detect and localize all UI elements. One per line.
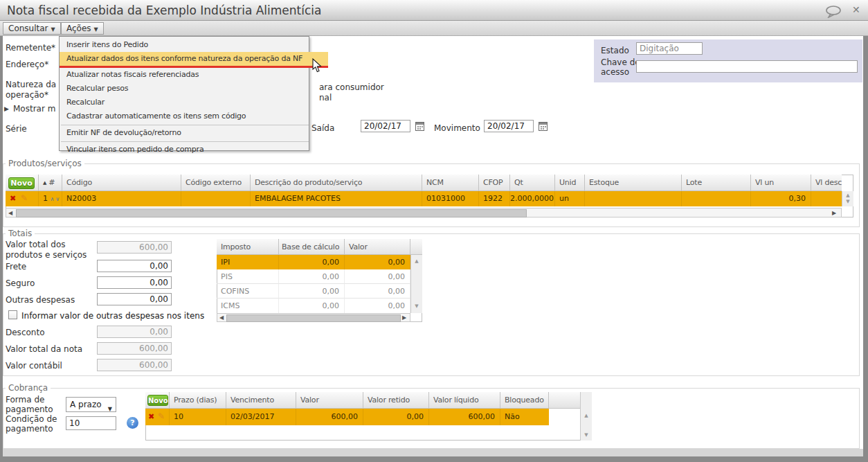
products-header-vl-un[interactable]: Vl un bbox=[751, 175, 811, 191]
menu-item-recalcular-pesos[interactable]: Recalcular pesos bbox=[60, 82, 309, 96]
menu-item-inserir-itens[interactable]: Inserir itens do Pedido bbox=[60, 38, 309, 52]
payments-header-bloqueado[interactable]: Bloqueado bbox=[500, 392, 549, 409]
forma-pagamento-select[interactable]: A prazo▼ bbox=[66, 397, 116, 412]
chave-acesso-field[interactable] bbox=[636, 60, 858, 73]
impostos-horizontal-scrollbar[interactable]: ◀ ▶ bbox=[217, 313, 410, 322]
products-header-ncm[interactable]: NCM bbox=[422, 175, 479, 191]
products-row-vl-un[interactable]: 0,30 bbox=[751, 191, 811, 206]
comment-bubble-icon[interactable] bbox=[825, 6, 843, 18]
products-new-button[interactable]: Novo bbox=[8, 177, 35, 189]
scroll-up-icon[interactable]: ▲ bbox=[411, 258, 422, 264]
products-scrollbar-thumb[interactable] bbox=[16, 209, 527, 217]
calendar-icon[interactable] bbox=[539, 121, 548, 131]
payments-row-prazo[interactable]: 10 bbox=[170, 409, 226, 425]
seguro-field[interactable] bbox=[97, 276, 172, 289]
products-header-lote[interactable]: Lote bbox=[682, 175, 751, 191]
products-header-estoque[interactable]: Estoque bbox=[585, 175, 682, 191]
products-row-index-cell[interactable]: 1 ∧∨ bbox=[39, 191, 62, 206]
products-row-cfop[interactable]: 1922 bbox=[479, 191, 510, 206]
impostos-header-base[interactable]: Base de cálculo bbox=[279, 239, 345, 255]
payments-header-vencimento[interactable]: Vencimento bbox=[226, 392, 296, 409]
scroll-up-icon[interactable]: ▲ bbox=[581, 413, 592, 418]
products-row-lote[interactable] bbox=[682, 191, 751, 206]
payments-new-button[interactable]: Novo bbox=[147, 395, 168, 406]
menu-button-consultar[interactable]: Consultar▼ bbox=[3, 22, 61, 35]
impostos-row-icms-valor[interactable]: 0,00 bbox=[345, 299, 410, 313]
saida-date-field[interactable] bbox=[361, 120, 410, 132]
products-row-ncm[interactable]: 01031000 bbox=[422, 191, 479, 206]
products-horizontal-scrollbar[interactable]: ◀ ▶ bbox=[6, 208, 842, 217]
products-vertical-scroll[interactable]: ▲ ▼ bbox=[842, 191, 853, 206]
scroll-left-icon[interactable]: ◀ bbox=[219, 314, 224, 321]
scroll-down-icon[interactable]: ▼ bbox=[842, 199, 853, 204]
impostos-row-ipi-name[interactable]: IPI bbox=[217, 255, 279, 269]
payments-header-valor-retido[interactable]: Valor retido bbox=[363, 392, 429, 409]
payments-row-valor[interactable]: 600,00 bbox=[296, 409, 363, 425]
mostrar-mais-link[interactable]: Mostrar m bbox=[13, 104, 55, 114]
scroll-left-icon[interactable]: ◀ bbox=[8, 210, 12, 217]
delete-row-icon[interactable]: ✖ bbox=[148, 413, 154, 421]
impostos-header-imposto[interactable]: Imposto bbox=[217, 239, 279, 255]
impostos-row-cofins-name[interactable]: COFINS bbox=[217, 284, 279, 299]
impostos-row-cofins-base[interactable]: 0,00 bbox=[279, 284, 345, 299]
impostos-row-pis-valor[interactable]: 0,00 bbox=[345, 269, 410, 284]
impostos-row-ipi-base[interactable]: 0,00 bbox=[279, 255, 345, 269]
close-icon[interactable]: ✕ bbox=[852, 4, 860, 15]
payments-header-valor[interactable]: Valor bbox=[296, 392, 363, 409]
impostos-row-cofins-valor[interactable]: 0,00 bbox=[345, 284, 410, 299]
edit-row-icon[interactable]: ✎ bbox=[21, 194, 28, 202]
frete-field[interactable] bbox=[97, 260, 172, 272]
movimento-date-field[interactable] bbox=[484, 120, 534, 132]
payments-header-valor-liquido[interactable]: Valor líquido bbox=[429, 392, 500, 409]
payments-row-bloqueado[interactable]: Não bbox=[500, 409, 549, 425]
products-row-unid[interactable]: un bbox=[555, 191, 585, 206]
products-row-descricao[interactable]: EMBALAGEM PACOTES bbox=[251, 191, 422, 206]
delete-row-icon[interactable]: ✖ bbox=[10, 195, 16, 203]
menu-item-atualizar-notas-referenciadas[interactable]: Atualizar notas fiscais referenciadas bbox=[60, 68, 309, 82]
payments-header-prazo[interactable]: Prazo (dias) bbox=[170, 392, 226, 409]
menu-button-acoes[interactable]: Ações▼ bbox=[61, 22, 104, 35]
expand-arrow-icon[interactable]: ▶ bbox=[4, 105, 9, 112]
impostos-row-ipi-valor[interactable]: 0,00 bbox=[345, 255, 410, 269]
products-header-cfop[interactable]: CFOP bbox=[479, 175, 510, 191]
menu-item-cadastrar-automaticamente[interactable]: Cadastrar automaticamente os itens sem c… bbox=[60, 109, 309, 123]
menu-item-vincular-itens-pedido[interactable]: Vincular itens com pedido de compra bbox=[60, 143, 309, 157]
scroll-down-icon[interactable]: ▼ bbox=[411, 303, 422, 309]
help-icon[interactable]: ? bbox=[127, 417, 138, 429]
edit-row-icon[interactable]: ✎ bbox=[158, 412, 165, 420]
menu-item-atualizar-dados-itens[interactable]: Atualizar dados dos itens conforme natur… bbox=[60, 52, 328, 68]
scroll-right-icon[interactable]: ▶ bbox=[832, 210, 836, 217]
products-row-vl-desc[interactable] bbox=[811, 191, 842, 206]
payments-row-valor-retido[interactable]: 0,00 bbox=[363, 409, 429, 425]
products-header-index[interactable]: ▲# bbox=[39, 175, 62, 191]
products-header-unid[interactable]: Unid bbox=[555, 175, 585, 191]
impostos-row-pis-name[interactable]: PIS bbox=[217, 269, 279, 284]
scroll-right-icon[interactable]: ▶ bbox=[402, 314, 406, 321]
payments-row-vencimento[interactable]: 02/03/2017 bbox=[226, 409, 296, 425]
outras-despesas-checkbox[interactable] bbox=[8, 310, 17, 319]
impostos-row-icms-name[interactable]: ICMS bbox=[217, 299, 279, 313]
impostos-header-valor[interactable]: Valor bbox=[345, 239, 410, 255]
calendar-icon[interactable] bbox=[415, 121, 424, 131]
menu-item-emitir-nf-devolucao[interactable]: Emitir NF de devolução/retorno bbox=[60, 126, 309, 140]
products-header-codigo[interactable]: Código bbox=[62, 175, 181, 191]
products-header-qt[interactable]: Qt bbox=[510, 175, 555, 191]
condicao-pagamento-field[interactable] bbox=[66, 416, 116, 430]
impostos-row-pis-base[interactable]: 0,00 bbox=[279, 269, 345, 284]
products-header-descricao[interactable]: Descrição do produto/serviço bbox=[251, 175, 422, 191]
products-row-qt[interactable]: 2.000,0000 bbox=[510, 191, 555, 206]
reorder-up-down-icons[interactable]: ∧∨ bbox=[51, 196, 62, 202]
products-header-vl-desc[interactable]: Vl desc bbox=[811, 175, 842, 191]
products-row-codigo[interactable]: N20003 bbox=[62, 191, 181, 206]
products-row-estoque[interactable] bbox=[585, 191, 682, 206]
products-row-codigo-externo[interactable] bbox=[181, 191, 251, 206]
menu-item-recalcular[interactable]: Recalcular bbox=[60, 96, 309, 109]
payments-row-valor-liquido[interactable]: 600,00 bbox=[429, 409, 500, 425]
outras-despesas-field[interactable] bbox=[97, 293, 172, 305]
scroll-up-icon[interactable]: ▲ bbox=[842, 193, 853, 198]
impostos-vertical-scroll[interactable]: ▲ ▼ bbox=[410, 255, 422, 313]
payments-vertical-scroll[interactable]: ▲ ▼ bbox=[580, 392, 592, 441]
impostos-scrollbar-thumb[interactable] bbox=[226, 314, 401, 322]
impostos-row-icms-base[interactable]: 0,00 bbox=[279, 299, 345, 313]
products-header-codigo-externo[interactable]: Código externo bbox=[181, 175, 251, 191]
